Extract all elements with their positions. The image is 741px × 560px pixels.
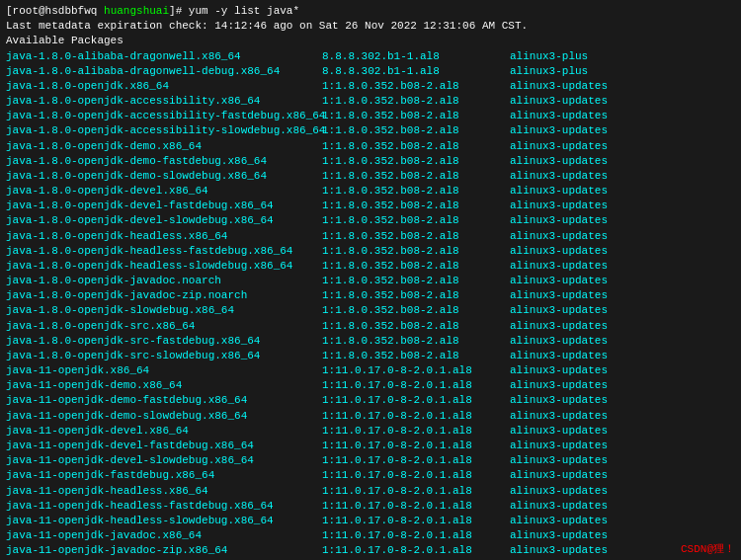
pkg-repo: alinux3-updates (510, 303, 608, 318)
package-row: java-1.8.0-openjdk-accessibility.x86_641… (6, 94, 735, 109)
pkg-version: 8.8.8.302.b1-1.al8 (322, 49, 510, 64)
pkg-version: 1:1.8.0.352.b08-2.al8 (322, 303, 510, 318)
package-row: java-1.8.0-openjdk-devel-slowdebug.x86_6… (6, 213, 735, 228)
pkg-version: 1:11.0.17.0-8-2.0.1.al8 (322, 468, 510, 483)
pkg-version: 1:11.0.17.0-8-2.0.1.al8 (322, 439, 510, 453)
package-row: java-1.8.0-openjdk-src-slowdebug.x86_641… (6, 349, 735, 363)
package-row: java-1.8.0-openjdk-headless-slowdebug.x8… (6, 259, 735, 274)
pkg-name: java-1.8.0-openjdk-headless-fastdebug.x8… (6, 244, 322, 259)
package-row: java-1.8.0-alibaba-dragonwell-debug.x86_… (6, 64, 735, 79)
pkg-version: 1:1.8.0.352.b08-2.al8 (322, 349, 510, 363)
terminal-window: [root@hsdbbfwq huangshuai]# yum -y list … (0, 0, 741, 560)
pkg-version: 1:1.8.0.352.b08-2.al8 (322, 334, 510, 349)
pkg-version: 1:1.8.0.352.b08-2.al8 (322, 288, 510, 303)
pkg-repo: alinux3-updates (510, 259, 608, 274)
pkg-repo: alinux3-updates (510, 363, 608, 378)
pkg-version: 1:1.8.0.352.b08-2.al8 (322, 184, 510, 199)
package-row: java-1.8.0-openjdk-demo-slowdebug.x86_64… (6, 169, 735, 184)
pkg-version: 1:1.8.0.352.b08-2.al8 (322, 139, 510, 154)
pkg-version: 1:11.0.17.0-8-2.0.1.al8 (322, 543, 510, 558)
pkg-name: java-1.8.0-openjdk-devel-fastdebug.x86_6… (6, 199, 322, 213)
pkg-repo: alinux3-updates (510, 543, 608, 558)
package-row: java-1.8.0-openjdk-accessibility-slowdeb… (6, 123, 735, 138)
prompt-command: yum -y list java* (182, 4, 299, 19)
package-row: java-1.8.0-openjdk-devel-fastdebug.x86_6… (6, 199, 735, 213)
package-row: java-1.8.0-openjdk-demo-fastdebug.x86_64… (6, 154, 735, 169)
pkg-version: 1:1.8.0.352.b08-2.al8 (322, 109, 510, 123)
pkg-repo: alinux3-updates (510, 393, 608, 408)
pkg-name: java-1.8.0-openjdk-demo-slowdebug.x86_64 (6, 169, 322, 184)
pkg-repo: alinux3-updates (510, 229, 608, 244)
pkg-repo: alinux3-updates (510, 409, 608, 424)
pkg-version: 1:11.0.17.0-8-2.0.1.al8 (322, 453, 510, 468)
pkg-name: java-1.8.0-openjdk-demo.x86_64 (6, 139, 322, 154)
package-row: java-11-openjdk-devel.x86_641:11.0.17.0-… (6, 424, 735, 439)
pkg-repo: alinux3-updates (510, 319, 608, 334)
pkg-version: 1:1.8.0.352.b08-2.al8 (322, 79, 510, 94)
pkg-version: 1:11.0.17.0-8-2.0.1.al8 (322, 484, 510, 499)
package-list: java-1.8.0-alibaba-dragonwell.x86_648.8.… (6, 49, 735, 560)
pkg-version: 1:1.8.0.352.b08-2.al8 (322, 229, 510, 244)
pkg-repo: alinux3-plus (510, 64, 588, 79)
prompt-root: [root@hsdbbfwq (6, 4, 104, 19)
prompt-line: [root@hsdbbfwq huangshuai]# yum -y list … (6, 4, 735, 19)
pkg-version: 8.8.8.302.b1-1.al8 (322, 64, 510, 79)
pkg-repo: alinux3-updates (510, 453, 608, 468)
pkg-repo: alinux3-updates (510, 94, 608, 109)
package-row: java-11-openjdk-headless-slowdebug.x86_6… (6, 514, 735, 528)
pkg-name: java-11-openjdk-devel-slowdebug.x86_64 (6, 453, 322, 468)
package-row: java-1.8.0-openjdk-javadoc-zip.noarch1:1… (6, 288, 735, 303)
package-row: java-1.8.0-openjdk-accessibility-fastdeb… (6, 109, 735, 123)
pkg-name: java-1.8.0-openjdk-src-fastdebug.x86_64 (6, 334, 322, 349)
pkg-repo: alinux3-updates (510, 184, 608, 199)
pkg-version: 1:1.8.0.352.b08-2.al8 (322, 123, 510, 138)
pkg-repo: alinux3-updates (510, 213, 608, 228)
package-row: java-1.8.0-openjdk.x86_641:1.8.0.352.b08… (6, 79, 735, 94)
pkg-name: java-1.8.0-openjdk-javadoc-zip.noarch (6, 288, 322, 303)
package-row: java-11-openjdk-javadoc.x86_641:11.0.17.… (6, 528, 735, 543)
pkg-name: java-1.8.0-openjdk-headless.x86_64 (6, 229, 322, 244)
package-row: java-1.8.0-alibaba-dragonwell.x86_648.8.… (6, 49, 735, 64)
pkg-version: 1:11.0.17.0-8-2.0.1.al8 (322, 528, 510, 543)
pkg-repo: alinux3-updates (510, 378, 608, 393)
pkg-repo: alinux3-updates (510, 288, 608, 303)
pkg-name: java-11-openjdk-javadoc.x86_64 (6, 528, 322, 543)
package-row: java-1.8.0-openjdk-demo.x86_641:1.8.0.35… (6, 139, 735, 154)
pkg-name: java-1.8.0-openjdk-headless-slowdebug.x8… (6, 259, 322, 274)
pkg-name: java-11-openjdk-devel-fastdebug.x86_64 (6, 439, 322, 453)
package-row: java-11-openjdk-javadoc-zip.x86_641:11.0… (6, 543, 735, 558)
pkg-name: java-11-openjdk-demo.x86_64 (6, 378, 322, 393)
package-row: java-1.8.0-openjdk-headless.x86_641:1.8.… (6, 229, 735, 244)
pkg-name: java-1.8.0-openjdk.x86_64 (6, 79, 322, 94)
pkg-version: 1:11.0.17.0-8-2.0.1.al8 (322, 363, 510, 378)
pkg-repo: alinux3-updates (510, 499, 608, 514)
pkg-name: java-11-openjdk-devel.x86_64 (6, 424, 322, 439)
pkg-repo: alinux3-updates (510, 424, 608, 439)
pkg-name: java-1.8.0-openjdk-accessibility-fastdeb… (6, 109, 322, 123)
pkg-repo: alinux3-updates (510, 528, 608, 543)
pkg-version: 1:1.8.0.352.b08-2.al8 (322, 199, 510, 213)
pkg-name: java-11-openjdk.x86_64 (6, 363, 322, 378)
watermark: CSDN@狸！ (681, 541, 735, 556)
pkg-version: 1:1.8.0.352.b08-2.al8 (322, 274, 510, 288)
pkg-repo: alinux3-updates (510, 484, 608, 499)
pkg-version: 1:11.0.17.0-8-2.0.1.al8 (322, 499, 510, 514)
pkg-name: java-11-openjdk-javadoc-zip.x86_64 (6, 543, 322, 558)
package-row: java-11-openjdk-fastdebug.x86_641:11.0.1… (6, 468, 735, 483)
package-row: java-11-openjdk-headless-fastdebug.x86_6… (6, 499, 735, 514)
package-row: java-1.8.0-openjdk-slowdebug.x86_641:1.8… (6, 303, 735, 318)
pkg-version: 1:11.0.17.0-8-2.0.1.al8 (322, 424, 510, 439)
pkg-repo: alinux3-updates (510, 334, 608, 349)
pkg-name: java-1.8.0-openjdk-accessibility-slowdeb… (6, 123, 322, 138)
prompt-bracket: ]# (169, 4, 182, 19)
pkg-repo: alinux3-updates (510, 154, 608, 169)
package-row: java-1.8.0-openjdk-javadoc.noarch1:1.8.0… (6, 274, 735, 288)
pkg-name: java-1.8.0-alibaba-dragonwell-debug.x86_… (6, 64, 322, 79)
pkg-name: java-1.8.0-openjdk-demo-fastdebug.x86_64 (6, 154, 322, 169)
pkg-version: 1:11.0.17.0-8-2.0.1.al8 (322, 409, 510, 424)
pkg-name: java-11-openjdk-headless-slowdebug.x86_6… (6, 514, 322, 528)
pkg-repo: alinux3-updates (510, 123, 608, 138)
package-row: java-1.8.0-openjdk-headless-fastdebug.x8… (6, 244, 735, 259)
package-row: java-11-openjdk-headless.x86_641:11.0.17… (6, 484, 735, 499)
pkg-version: 1:1.8.0.352.b08-2.al8 (322, 94, 510, 109)
